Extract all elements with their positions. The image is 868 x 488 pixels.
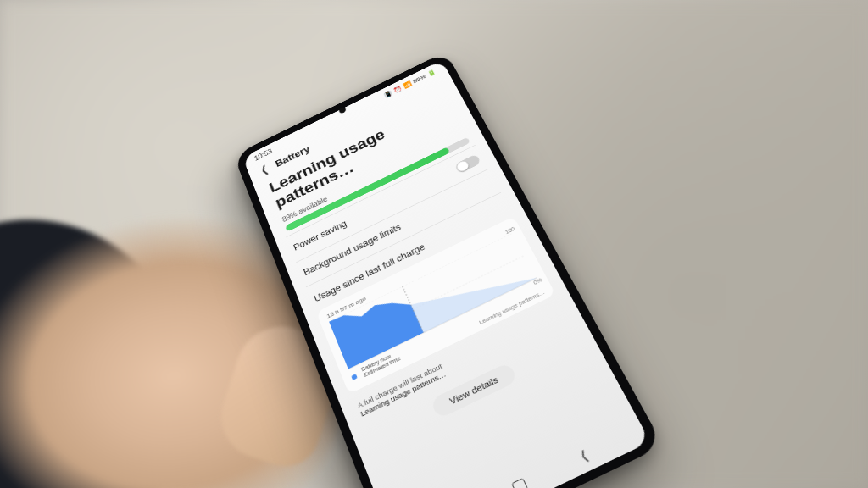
nav-back-button[interactable]: ❮ xyxy=(578,447,591,463)
legend-dot-icon xyxy=(351,374,358,380)
nav-home-button[interactable] xyxy=(511,478,528,488)
power-saving-toggle[interactable] xyxy=(454,153,481,174)
back-button[interactable]: ❮ xyxy=(259,163,270,176)
toggle-knob xyxy=(455,159,470,173)
photo-scene: 10:53 📳 ⏰ 📶 89% 🔋 ❮ Battery Learning usa… xyxy=(0,0,868,488)
